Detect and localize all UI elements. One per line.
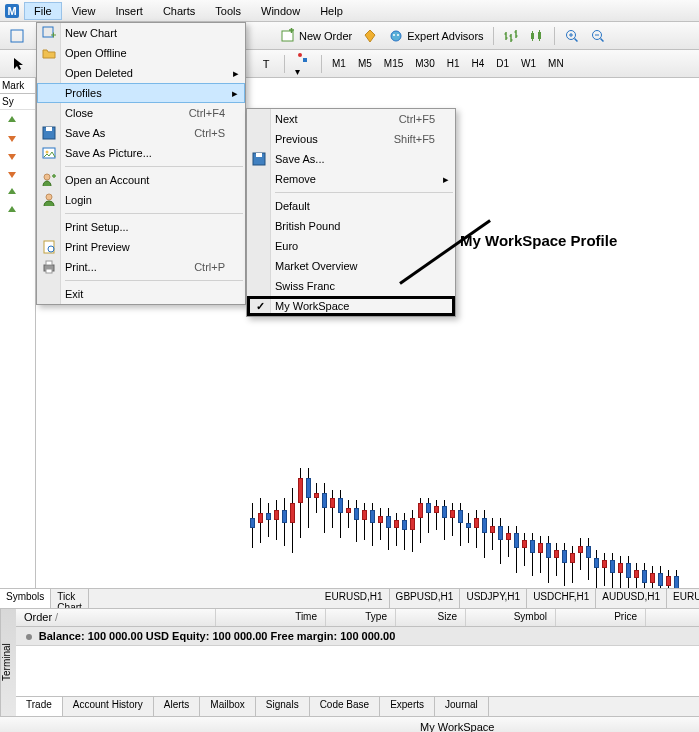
terminal-side-label: Terminal xyxy=(0,609,16,716)
menu-view[interactable]: View xyxy=(62,2,106,20)
profiles-previous[interactable]: Previous Shift+F5 xyxy=(247,129,455,149)
menu-tools[interactable]: Tools xyxy=(205,2,251,20)
label: Next xyxy=(275,113,298,125)
symbol-row[interactable] xyxy=(0,168,35,186)
terminal-tab-experts[interactable]: Experts xyxy=(380,697,435,716)
terminal-tab-alerts[interactable]: Alerts xyxy=(154,697,201,716)
terminal-tab-trade[interactable]: Trade xyxy=(16,697,63,716)
tf-m5[interactable]: M5 xyxy=(353,56,377,71)
toolbar-btn-1[interactable] xyxy=(5,26,29,46)
tf-d1[interactable]: D1 xyxy=(491,56,514,71)
text-btn[interactable]: T xyxy=(253,54,279,74)
label: Euro xyxy=(275,240,298,252)
shapes-btn[interactable]: ▾ xyxy=(290,48,316,79)
menu-separator xyxy=(65,166,243,167)
symbol-row[interactable] xyxy=(0,150,35,168)
tf-m1[interactable]: M1 xyxy=(327,56,351,71)
terminal-tab-code-base[interactable]: Code Base xyxy=(310,697,380,716)
tf-m15[interactable]: M15 xyxy=(379,56,408,71)
profiles-save-as[interactable]: Save As... xyxy=(247,149,455,169)
menu-window[interactable]: Window xyxy=(251,2,310,20)
svg-point-19 xyxy=(46,151,49,154)
toolbar-bars-btn[interactable] xyxy=(499,26,523,46)
terminal-panel: Terminal Order / Time Type Size Symbol P… xyxy=(0,608,699,716)
toolbar-candles-btn[interactable] xyxy=(525,26,549,46)
menu-open-offline[interactable]: Open Offline xyxy=(37,43,245,63)
down-arrow-icon xyxy=(6,168,18,180)
terminal-tab-signals[interactable]: Signals xyxy=(256,697,310,716)
down-arrow-icon xyxy=(6,150,18,162)
label: Market Overview xyxy=(275,260,358,272)
label: Print Setup... xyxy=(65,221,129,233)
symbol-row[interactable] xyxy=(0,204,35,222)
menu-save-as[interactable]: Save As Ctrl+S xyxy=(37,123,245,143)
menu-exit[interactable]: Exit xyxy=(37,284,245,304)
symbol-row[interactable] xyxy=(0,132,35,150)
th-time[interactable]: Time xyxy=(216,609,326,626)
menu-help[interactable]: Help xyxy=(310,2,353,20)
terminal-tab-journal[interactable]: Journal xyxy=(435,697,489,716)
menu-open-account[interactable]: Open an Account xyxy=(37,170,245,190)
profiles-remove[interactable]: Remove ▸ xyxy=(247,169,455,189)
tf-h1[interactable]: H1 xyxy=(442,56,465,71)
chart-tab-usdchf[interactable]: USDCHF,H1 xyxy=(527,589,596,608)
candlestick-chart[interactable] xyxy=(250,398,690,598)
zoom-out-button[interactable] xyxy=(586,26,610,46)
menubar: M File View Insert Charts Tools Window H… xyxy=(0,0,699,22)
menu-print[interactable]: Print... Ctrl+P xyxy=(37,257,245,277)
menu-print-preview[interactable]: Print Preview xyxy=(37,237,245,257)
chart-tab-overflow[interactable]: EURUS... xyxy=(667,589,699,608)
menu-profiles[interactable]: Profiles ▸ xyxy=(37,83,245,103)
th-size[interactable]: Size xyxy=(396,609,466,626)
tab-tick-chart[interactable]: Tick Chart xyxy=(51,589,88,608)
label: Save As Picture... xyxy=(65,147,152,159)
chart-tab-eurusd[interactable]: EURUSD,H1 xyxy=(319,589,390,608)
tf-mn[interactable]: MN xyxy=(543,56,569,71)
menu-print-setup[interactable]: Print Setup... xyxy=(37,217,245,237)
menu-close[interactable]: Close Ctrl+F4 xyxy=(37,103,245,123)
th-price[interactable]: Price xyxy=(556,609,646,626)
th-order[interactable]: Order / xyxy=(16,609,216,626)
zoom-in-button[interactable] xyxy=(560,26,584,46)
chart-tab-audusd[interactable]: AUDUSD,H1 xyxy=(596,589,667,608)
menu-save-as-picture[interactable]: Save As Picture... xyxy=(37,143,245,163)
menu-charts[interactable]: Charts xyxy=(153,2,205,20)
market-title: Mark xyxy=(0,78,35,94)
profiles-swiss-franc[interactable]: Swiss Franc xyxy=(247,276,455,296)
separator xyxy=(493,27,494,45)
menu-login[interactable]: Login xyxy=(37,190,245,210)
bars-icon xyxy=(503,28,519,44)
menu-new-chart[interactable]: New Chart xyxy=(37,23,245,43)
up-arrow-icon xyxy=(6,114,18,126)
menu-open-deleted[interactable]: Open Deleted ▸ xyxy=(37,63,245,83)
menu-file[interactable]: File xyxy=(24,2,62,20)
chart-tab-usdjpy[interactable]: USDJPY,H1 xyxy=(460,589,527,608)
symbol-row[interactable] xyxy=(0,114,35,132)
expert-advisors-button[interactable]: Expert Advisors xyxy=(384,26,487,46)
chart-tab-gbpusd[interactable]: GBPUSD,H1 xyxy=(390,589,461,608)
tab-symbols[interactable]: Symbols xyxy=(0,589,51,609)
menu-insert[interactable]: Insert xyxy=(105,2,153,20)
tf-m30[interactable]: M30 xyxy=(410,56,439,71)
svg-rect-26 xyxy=(46,269,52,273)
toolbar-diamond-btn[interactable] xyxy=(358,26,382,46)
tf-w1[interactable]: W1 xyxy=(516,56,541,71)
terminal-tab-mailbox[interactable]: Mailbox xyxy=(200,697,255,716)
th-type[interactable]: Type xyxy=(326,609,396,626)
tf-h4[interactable]: H4 xyxy=(467,56,490,71)
th-symbol[interactable]: Symbol xyxy=(466,609,556,626)
separator xyxy=(284,55,285,73)
new-order-button[interactable]: New Order xyxy=(276,26,356,46)
svg-rect-8 xyxy=(531,33,534,39)
profiles-next[interactable]: Next Ctrl+F5 xyxy=(247,109,455,129)
terminal-tab-account-history[interactable]: Account History xyxy=(63,697,154,716)
profiles-my-workspace[interactable]: ✓ My WorkSpace xyxy=(247,296,455,316)
symbol-row[interactable] xyxy=(0,186,35,204)
cursor-btn[interactable] xyxy=(5,54,31,74)
profiles-default[interactable]: Default xyxy=(247,196,455,216)
profiles-euro[interactable]: Euro xyxy=(247,236,455,256)
profiles-british-pound[interactable]: British Pound xyxy=(247,216,455,236)
cursor-icon xyxy=(10,56,26,72)
label: Print... xyxy=(65,261,97,273)
new-order-icon xyxy=(280,28,296,44)
